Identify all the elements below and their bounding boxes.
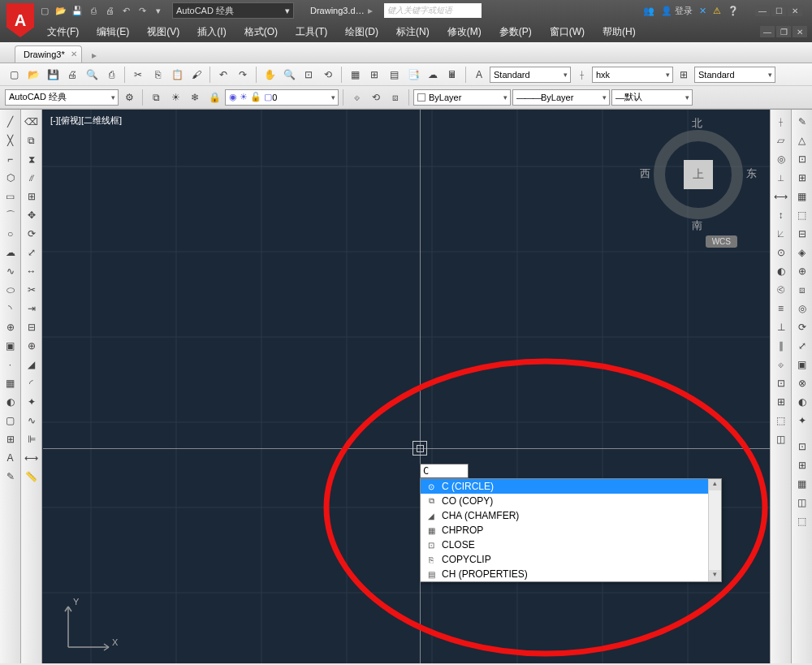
menu-format[interactable]: 格式(O)	[236, 23, 286, 41]
tb-tp-icon[interactable]: ▤	[385, 66, 403, 84]
new-icon[interactable]: ▢	[37, 3, 52, 18]
menu-edit[interactable]: 编辑(E)	[89, 23, 137, 41]
tb-zoom-icon[interactable]: 🔍	[280, 66, 298, 84]
xline-icon[interactable]: ╳	[2, 132, 19, 149]
line-icon[interactable]: ╱	[2, 113, 19, 131]
rotate-icon[interactable]: ⟳	[23, 225, 41, 243]
qat-more-icon[interactable]: ▾	[151, 3, 166, 18]
tb-layerlock-icon[interactable]: 🔒	[205, 89, 223, 106]
revcloud-icon[interactable]: ☁	[2, 244, 19, 261]
rt15-icon[interactable]: ⊗	[793, 374, 811, 392]
rt11-icon[interactable]: ◎	[793, 300, 811, 317]
tb-qcalc-icon[interactable]: 🖩	[443, 66, 461, 84]
tb-publish-icon[interactable]: ⎙	[102, 66, 120, 84]
rt20-icon[interactable]: ▦	[793, 475, 811, 493]
open-icon[interactable]: 📂	[54, 3, 68, 18]
tb-layerprops-icon[interactable]: ⧉	[147, 89, 165, 106]
layer-dropdown[interactable]: ◉ ☀ 🔓 ▢ 0	[225, 89, 339, 106]
dim14-icon[interactable]: ◫	[772, 430, 790, 448]
chamfer-icon[interactable]: ◢	[23, 356, 41, 374]
explode-icon[interactable]: ✦	[23, 393, 41, 411]
tb-ws-settings-icon[interactable]: ⚙	[120, 89, 138, 106]
mdi-minimize-button[interactable]: —	[760, 26, 775, 37]
undo-icon[interactable]: ↶	[119, 3, 133, 18]
mtext-icon[interactable]: A	[2, 449, 19, 467]
menu-help[interactable]: 帮助(H)	[594, 23, 644, 41]
offset-icon[interactable]: ⫽	[23, 169, 41, 187]
tb-save-icon[interactable]: 💾	[44, 66, 62, 84]
rt1-icon[interactable]: ✎	[793, 113, 811, 131]
viewcube-top[interactable]: 上	[684, 160, 713, 189]
move-icon[interactable]: ✥	[23, 206, 41, 224]
menu-file[interactable]: 文件(F)	[39, 23, 87, 41]
autocomplete-scrollbar[interactable]: ▴▾	[708, 479, 721, 581]
rt18-icon[interactable]: ⊡	[793, 438, 811, 456]
dim8-icon[interactable]: ⊥	[772, 318, 790, 336]
rt17-icon[interactable]: ✦	[793, 412, 811, 430]
lengthen-icon[interactable]: ⟷	[23, 449, 41, 467]
dim10-icon[interactable]: ⟐	[772, 356, 790, 374]
tb-layeriso-icon[interactable]: ⧇	[387, 89, 404, 106]
tb-layerprev-icon[interactable]: ⟲	[367, 89, 385, 106]
new-tab-button[interactable]: ▸	[87, 48, 102, 63]
rt8-icon[interactable]: ◈	[793, 244, 811, 261]
dim11-icon[interactable]: ⊡	[772, 374, 790, 392]
document-tab[interactable]: Drawing3* ✕	[15, 45, 82, 63]
insert-icon[interactable]: ⊕	[2, 318, 19, 336]
circle-icon[interactable]: ○	[2, 225, 19, 243]
rt6-icon[interactable]: ⬚	[793, 206, 811, 224]
menu-dim[interactable]: 标注(N)	[388, 23, 438, 41]
stay-connected-icon[interactable]: ⚠	[713, 6, 721, 16]
autocomplete-item[interactable]: ⊙C (CIRCLE)	[421, 479, 721, 494]
login-link[interactable]: 👤 登录	[661, 5, 693, 17]
minimize-button[interactable]: —	[755, 5, 770, 16]
dim6-icon[interactable]: ⧀	[772, 281, 790, 299]
tb-textstyle-icon[interactable]: A	[470, 66, 488, 84]
dimstyle-dropdown[interactable]: hxk	[592, 67, 673, 83]
menu-insert[interactable]: 插入(I)	[189, 23, 234, 41]
region-icon[interactable]: ▢	[2, 412, 19, 430]
autocomplete-item[interactable]: ▦CHPROP	[421, 523, 721, 538]
pline-icon[interactable]: ⌐	[2, 150, 19, 168]
table-icon[interactable]: ⊞	[2, 430, 19, 448]
menu-tools[interactable]: 工具(T)	[287, 23, 335, 41]
menu-view[interactable]: 视图(V)	[139, 23, 188, 41]
rectangle-icon[interactable]: ▭	[2, 188, 19, 205]
help-icon[interactable]: ❔	[728, 6, 739, 16]
measuregeom-icon[interactable]: 📏	[23, 468, 41, 486]
viewcube-north[interactable]: 北	[692, 116, 702, 131]
addselected-icon[interactable]: ✎	[2, 468, 19, 486]
dim9-icon[interactable]: ∥	[772, 337, 790, 355]
viewcube[interactable]: 上 北 南 东 西	[641, 118, 755, 231]
tb-undo-icon[interactable]: ↶	[214, 66, 232, 84]
tab-close-icon[interactable]: ✕	[71, 50, 77, 58]
dim5-icon[interactable]: ◐	[772, 262, 790, 280]
erase-icon[interactable]: ⌫	[23, 113, 41, 131]
dim3-icon[interactable]: ⟀	[772, 225, 790, 243]
dim7-icon[interactable]: ≡	[772, 300, 790, 317]
arc-icon[interactable]: ⌒	[2, 206, 19, 224]
break-icon[interactable]: ⊟	[23, 318, 41, 336]
rt7-icon[interactable]: ⊟	[793, 225, 811, 243]
point-icon[interactable]: ·	[2, 356, 19, 374]
autocomplete-item[interactable]: ⎘COPYCLIP	[421, 552, 721, 567]
polygon-icon[interactable]: ⬡	[2, 169, 19, 187]
drawing-canvas[interactable]: [-][俯视][二维线框] 上 北 南 东 西 WCS Y X	[42, 110, 770, 663]
tb-markup-icon[interactable]: ☁	[424, 66, 442, 84]
fillet-icon[interactable]: ◜	[23, 374, 41, 392]
rt19-icon[interactable]: ⊞	[793, 456, 811, 474]
tb-paste-icon[interactable]: 📋	[168, 66, 186, 84]
dim13-icon[interactable]: ⬚	[772, 412, 790, 430]
area-icon[interactable]: ▱	[772, 132, 790, 149]
copy-icon[interactable]: ⧉	[23, 132, 41, 149]
plot-icon[interactable]: 🖨	[102, 3, 117, 18]
tb-dc-icon[interactable]: ⊞	[365, 66, 383, 84]
workspace-dropdown[interactable]: AutoCAD 经典 ▾	[172, 2, 294, 19]
dim4-icon[interactable]: ⊙	[772, 244, 790, 261]
ellipse-icon[interactable]: ⬭	[2, 281, 19, 299]
constraint-icon[interactable]: ⟂	[772, 169, 790, 187]
tablestyle-dropdown[interactable]: Standard	[694, 67, 775, 83]
autocomplete-item[interactable]: ⧉CO (COPY)	[421, 494, 721, 508]
textstyle-dropdown[interactable]: Standard	[490, 67, 571, 83]
linetype-dropdown[interactable]: ——— ByLayer	[512, 89, 610, 106]
